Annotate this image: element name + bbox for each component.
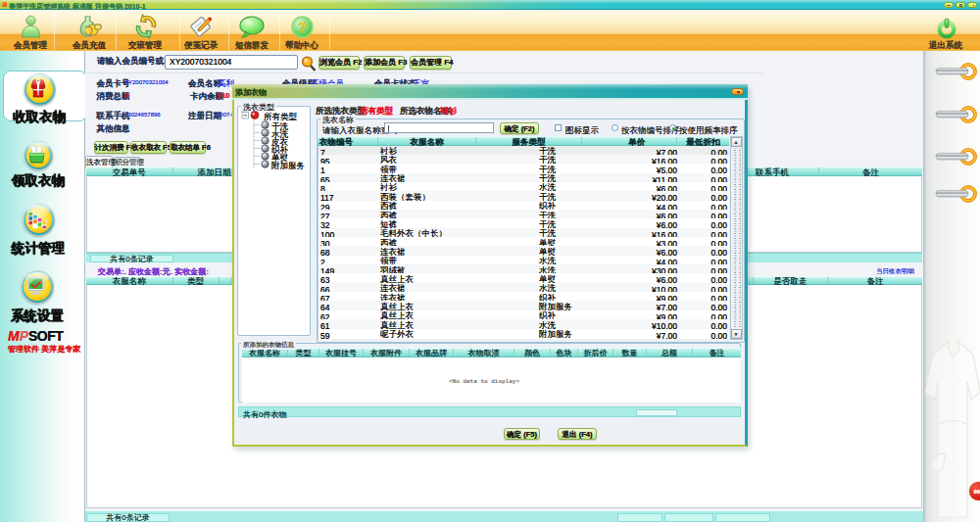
svg-text:?: ? — [298, 20, 307, 35]
